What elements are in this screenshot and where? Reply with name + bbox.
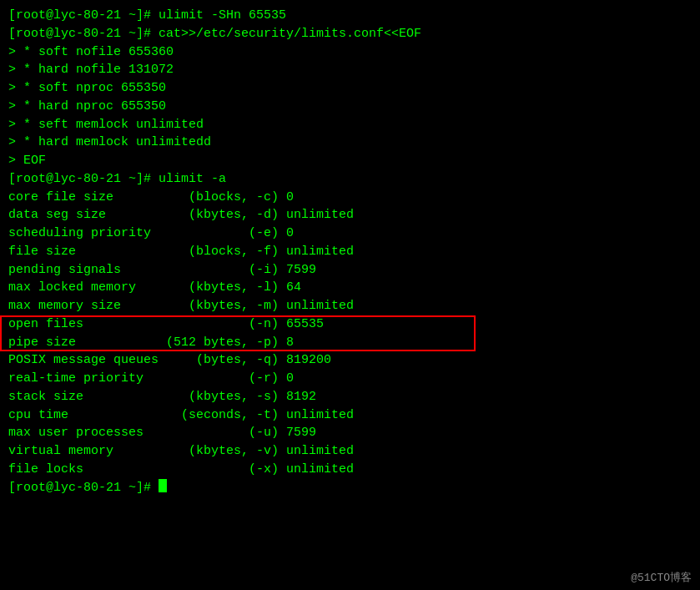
terminal-line: file locks (-x) unlimited xyxy=(8,461,692,479)
cursor xyxy=(159,479,167,492)
terminal-line: scheduling priority (-e) 0 xyxy=(8,224,692,243)
terminal-line: > * hard memlock unlimitedd xyxy=(8,134,692,152)
terminal-line: [root@lyc-80-21 ~]# xyxy=(8,479,692,497)
terminal-line: > * soft nofile 655360 xyxy=(8,43,692,62)
terminal-line: max locked memory (kbytes, -l) 64 xyxy=(8,279,692,297)
terminal-line: > * seft memlock unlimited xyxy=(8,116,692,134)
terminal-line: file size (blocks, -f) unlimited xyxy=(8,243,692,261)
terminal-line: virtual memory (kbytes, -v) unlimited xyxy=(8,442,692,461)
terminal-line: [root@lyc-80-21 ~]# ulimit -a xyxy=(8,170,692,189)
terminal-line: [root@lyc-80-21 ~]# cat>>/etc/security/l… xyxy=(8,25,692,43)
terminal-line: open files (-n) 65535 xyxy=(8,315,692,334)
terminal-line: max user processes (-u) 7599 xyxy=(8,424,692,442)
terminal-line: > * hard nproc 655350 xyxy=(8,98,692,116)
watermark: @51CTO博客 xyxy=(631,570,692,585)
terminal-line: max memory size (kbytes, -m) unlimited xyxy=(8,297,692,315)
terminal: [root@lyc-80-21 ~]# ulimit -SHn 65535[ro… xyxy=(0,0,700,503)
terminal-line: > * hard nofile 131072 xyxy=(8,61,692,79)
terminal-line: stack size (kbytes, -s) 8192 xyxy=(8,388,692,406)
terminal-line: [root@lyc-80-21 ~]# ulimit -SHn 65535 xyxy=(8,7,692,25)
terminal-line: > * soft nproc 655350 xyxy=(8,79,692,98)
terminal-line: core file size (blocks, -c) 0 xyxy=(8,189,692,207)
terminal-line: real-time priority (-r) 0 xyxy=(8,370,692,388)
terminal-line: pipe size (512 bytes, -p) 8 xyxy=(8,334,692,352)
terminal-line: POSIX message queues (bytes, -q) 819200 xyxy=(8,351,692,370)
terminal-line: pending signals (-i) 7599 xyxy=(8,261,692,280)
terminal-line: data seg size (kbytes, -d) unlimited xyxy=(8,206,692,224)
terminal-line: cpu time (seconds, -t) unlimited xyxy=(8,406,692,425)
terminal-line: > EOF xyxy=(8,152,692,170)
